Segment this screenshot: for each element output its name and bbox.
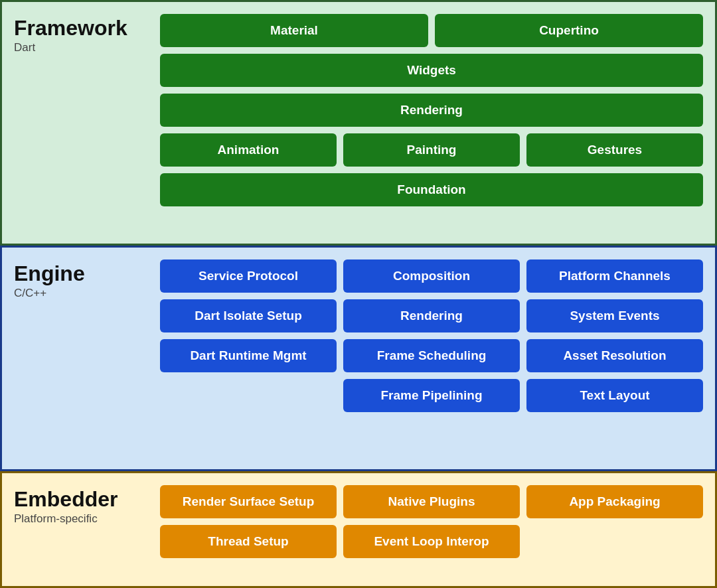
embedder-title: Embedder: [14, 488, 160, 511]
embedder-row-2: Thread Setup Event Loop Interop: [160, 525, 703, 558]
thread-setup-box: Thread Setup: [160, 525, 337, 558]
text-layout-box: Text Layout: [526, 379, 703, 412]
embedder-content: Render Surface Setup Native Plugins App …: [160, 485, 703, 574]
rendering-engine-box: Rendering: [343, 299, 520, 332]
engine-content: Service Protocol Composition Platform Ch…: [160, 259, 703, 457]
engine-row-2: Dart Isolate Setup Rendering System Even…: [160, 299, 703, 332]
framework-row-4: Animation Painting Gestures: [160, 133, 703, 167]
event-loop-interop-box: Event Loop Interop: [343, 525, 520, 558]
framework-row-2: Widgets: [160, 54, 703, 87]
service-protocol-box: Service Protocol: [160, 259, 337, 293]
frame-pipelining-box: Frame Pipelining: [343, 379, 520, 412]
framework-row-5: Foundation: [160, 173, 703, 206]
painting-box: Painting: [343, 133, 520, 167]
foundation-box: Foundation: [160, 173, 703, 206]
engine-row-3: Dart Runtime Mgmt Frame Scheduling Asset…: [160, 339, 703, 372]
engine-empty-box: [160, 379, 337, 412]
engine-subtitle: C/C++: [14, 287, 160, 300]
gestures-box: Gestures: [526, 133, 703, 167]
dart-isolate-setup-box: Dart Isolate Setup: [160, 299, 337, 332]
framework-subtitle: Dart: [14, 41, 160, 54]
asset-resolution-box: Asset Resolution: [526, 339, 703, 372]
dart-runtime-mgmt-box: Dart Runtime Mgmt: [160, 339, 337, 372]
framework-layer: Framework Dart Material Cupertino Widget…: [0, 0, 717, 246]
render-surface-setup-box: Render Surface Setup: [160, 485, 337, 518]
rendering-framework-box: Rendering: [160, 94, 703, 127]
cupertino-box: Cupertino: [435, 14, 703, 47]
architecture-diagram: Framework Dart Material Cupertino Widget…: [0, 0, 717, 588]
embedder-row-1: Render Surface Setup Native Plugins App …: [160, 485, 703, 518]
embedder-layer: Embedder Platform-specific Render Surfac…: [0, 471, 717, 588]
framework-row-3: Rendering: [160, 94, 703, 127]
system-events-box: System Events: [526, 299, 703, 332]
engine-layer: Engine C/C++ Service Protocol Compositio…: [0, 246, 717, 471]
embedder-subtitle: Platform-specific: [14, 512, 160, 526]
platform-channels-box: Platform Channels: [526, 259, 703, 293]
material-box: Material: [160, 14, 428, 47]
embedder-label: Embedder Platform-specific: [14, 485, 160, 574]
frame-scheduling-box: Frame Scheduling: [343, 339, 520, 372]
widgets-box: Widgets: [160, 54, 703, 87]
app-packaging-box: App Packaging: [526, 485, 703, 518]
framework-title: Framework: [14, 17, 160, 40]
embedder-empty-box: [526, 525, 703, 558]
native-plugins-box: Native Plugins: [343, 485, 520, 518]
engine-row-1: Service Protocol Composition Platform Ch…: [160, 259, 703, 293]
engine-label: Engine C/C++: [14, 259, 160, 457]
framework-row-1: Material Cupertino: [160, 14, 703, 47]
engine-title: Engine: [14, 262, 160, 285]
engine-row-4: Frame Pipelining Text Layout: [160, 379, 703, 412]
composition-box: Composition: [343, 259, 520, 293]
framework-label: Framework Dart: [14, 14, 160, 232]
animation-box: Animation: [160, 133, 337, 167]
framework-content: Material Cupertino Widgets Rendering Ani…: [160, 14, 703, 232]
